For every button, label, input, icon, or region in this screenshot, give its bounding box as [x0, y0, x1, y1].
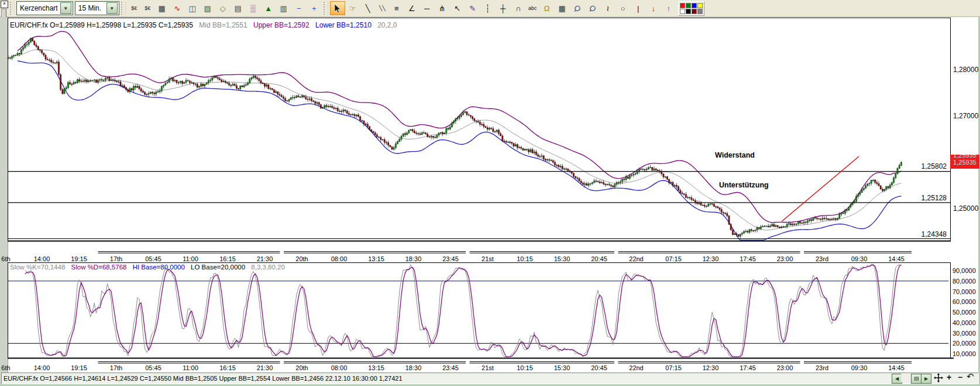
last-price-value: 1,25935 — [950, 159, 979, 166]
time-tick-label: 07:15 — [665, 364, 682, 371]
stoch-tick-label: 60,0000 — [953, 298, 976, 305]
time-tick-label: 10:15 — [517, 255, 533, 262]
swing-low-price-label: 1,24348 — [900, 230, 947, 238]
resistance-label: Widerstand — [715, 151, 755, 159]
undo-zoom-button[interactable]: ↶ — [967, 373, 974, 381]
time-tick-label: 23:00 — [777, 364, 793, 371]
stoch-tick-label: 90,0000 — [953, 267, 976, 274]
pan-icon[interactable] — [934, 373, 943, 382]
mid-bb-readout: Mid BB=1,2551 — [199, 21, 247, 29]
time-tick-label: 15:30 — [554, 255, 570, 262]
time-tick-label: 22nd — [629, 364, 643, 371]
stoch-tick-label: 80,0000 — [953, 278, 976, 285]
time-tick-label: 20th — [295, 255, 308, 262]
stoch-tick-label: 40,0000 — [953, 319, 976, 326]
time-tick-label: 20:45 — [591, 255, 607, 262]
chart-canvas[interactable] — [0, 0, 980, 386]
time-tick-label: 13:15 — [368, 255, 384, 262]
support-price-label: 1,25128 — [900, 194, 947, 202]
time-tick-label: 12:30 — [703, 255, 719, 262]
time-tick-label: 17th — [110, 255, 122, 262]
time-tick-label: 23:45 — [442, 364, 459, 371]
time-tick-label: 6th — [1, 364, 10, 371]
time-tick-label: 08:00 — [331, 255, 348, 262]
time-tick-label: 23:45 — [442, 255, 459, 262]
stoch-tick-label: 20,0000 — [953, 340, 976, 347]
last-price-secondary: 1,25935 — [950, 155, 979, 159]
time-tick-label: 21:30 — [257, 364, 273, 371]
scrollbar-track[interactable] — [901, 374, 911, 382]
upper-bb-readout: Upper BB=1,2592 — [253, 21, 310, 29]
time-tick-label: 09:30 — [851, 255, 868, 262]
zoom-in-button[interactable]: + — [947, 373, 951, 381]
stoch-header: Slow %K=70,1448 Slow %D=68,5768 HI Base=… — [10, 264, 289, 271]
stoch-hi-readout: HI Base=80,0000 — [133, 264, 185, 271]
ohlc-readout: EUR/CHF.fx O=1,25989 H=1,25998 L=1,25935… — [10, 21, 193, 29]
price-tick-label: 1,27000 — [953, 112, 978, 120]
time-tick-label: 13:15 — [368, 364, 384, 371]
time-tick-label: 16:15 — [219, 255, 236, 262]
bb-params: 20,2,0 — [377, 21, 397, 29]
time-tick-label: 14:45 — [888, 255, 905, 262]
time-tick-label: 19:15 — [71, 364, 87, 371]
last-price-badge: 1,25935 1,25935 — [950, 155, 979, 169]
time-tick-label: 20:45 — [591, 364, 607, 371]
time-tick-label: 15:30 — [554, 364, 570, 371]
time-tick-label: 18:30 — [405, 255, 422, 262]
status-readout: EUR/CHF.fx O=1,24566 H=1,24614 L=1,24529… — [4, 375, 403, 382]
time-tick-label: 23rd — [816, 255, 828, 262]
stoch-tick-label: 30,0000 — [953, 330, 976, 337]
stoch-tick-label: 10,0000 — [953, 350, 976, 357]
stoch-d-readout: Slow %D=68,5768 — [71, 264, 127, 271]
lower-bb-readout: Lower BB=1,2510 — [315, 21, 372, 29]
time-tick-label: 16:15 — [219, 364, 236, 371]
time-tick-label: 21st — [482, 364, 494, 371]
zoom-out-button[interactable]: − — [958, 373, 962, 381]
time-tick-label: 23:00 — [777, 255, 793, 262]
time-tick-label: 22nd — [629, 255, 643, 262]
time-tick-label: 14:45 — [888, 364, 905, 371]
time-tick-label: 09:30 — [851, 364, 868, 371]
time-tick-label: 14:00 — [34, 364, 50, 371]
time-tick-label: 23rd — [816, 364, 828, 371]
scroll-right-button[interactable]: ▶ — [921, 374, 931, 384]
time-tick-label: 17:45 — [740, 364, 756, 371]
chart-header: EUR/CHF.fx O=1,25989 H=1,25998 L=1,25935… — [10, 21, 401, 29]
scroll-left-icon: ◀ — [895, 376, 899, 381]
time-tick-label: 6th — [1, 255, 10, 262]
stoch-params: 8,3,3,80,20 — [251, 264, 285, 271]
scrollbar-thumb-button[interactable] — [911, 374, 921, 384]
scrollbar-thumb-icon — [914, 377, 919, 381]
time-tick-label: 17:45 — [740, 255, 756, 262]
time-tick-label: 11:00 — [183, 364, 198, 371]
time-tick-label: 21:30 — [257, 255, 273, 262]
time-tick-label: 19:15 — [71, 255, 87, 262]
stoch-tick-label: 50,0000 — [953, 309, 976, 316]
time-tick-label: 18:30 — [405, 364, 422, 371]
time-tick-label: 12:30 — [703, 364, 719, 371]
scroll-right-icon: ▶ — [924, 376, 928, 381]
time-tick-label: 05:45 — [145, 364, 161, 371]
time-tick-label: 17th — [110, 364, 122, 371]
time-tick-label: 08:00 — [331, 364, 348, 371]
price-tick-label: 1,28000 — [953, 66, 978, 74]
stoch-k-readout: Slow %K=70,1448 — [10, 264, 65, 271]
price-tick-label: 1,25000 — [953, 204, 978, 213]
time-tick-label: 21st — [482, 255, 494, 262]
stoch-tick-label: 70,0000 — [953, 288, 976, 295]
time-tick-label: 11:00 — [183, 255, 198, 262]
time-tick-label: 14:00 — [34, 255, 50, 262]
time-tick-label: 10:15 — [517, 364, 533, 371]
stoch-lo-readout: LO Base=20,0000 — [191, 264, 245, 271]
time-tick-label: 20th — [295, 364, 308, 371]
time-tick-label: 05:45 — [145, 255, 161, 262]
support-label: Unterstützung — [719, 181, 769, 189]
time-tick-label: 07:15 — [665, 255, 682, 262]
resistance-price-label: 1,25802 — [900, 162, 947, 170]
chart-window: × Kerzenchart ▼ 15 Min. ▼ $€$€▦∿◫▨◇▤▒▲▥−… — [0, 0, 980, 386]
